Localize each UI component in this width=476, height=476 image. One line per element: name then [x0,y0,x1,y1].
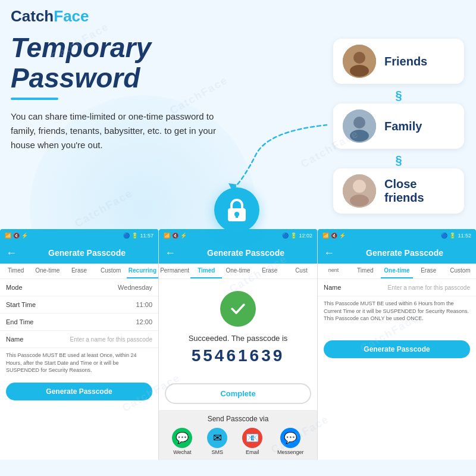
svg-rect-12 [236,214,238,218]
field-mode-label: Mode [6,284,39,291]
avatar-card-close-friends[interactable]: Closefriends [333,168,464,214]
tab-timed-left[interactable]: Timed [0,264,32,278]
avatar-family-label: Family [384,120,422,133]
avatar-close-friends-img [343,174,376,208]
logo: CatchFace [11,7,89,26]
right-phone-back-button[interactable]: ← [324,247,334,259]
field-end-time: End Time 12:00 [0,314,158,331]
field-start-label: Start Time [6,301,39,308]
tab-recurring-left[interactable]: Recurring [127,264,158,278]
tab-onetime-left[interactable]: One-time [32,264,63,278]
generate-btn-left[interactable]: Generate Passcode [6,383,152,400]
tab-timed-right[interactable]: Timed [349,264,381,278]
svg-point-1 [353,52,365,64]
connector-2: § [333,154,464,167]
tab-erase-left[interactable]: Erase [63,264,95,278]
tab-erase-mid[interactable]: Erase [254,264,286,278]
field-start-time: Start Time 11:00 [0,296,158,314]
tab-onetime-right[interactable]: One-time [381,264,412,278]
field-name-label-left: Name [6,336,39,343]
email-icon: 📧 [242,428,262,448]
avatar-family-img [343,109,376,143]
tab-permanent-mid[interactable]: Permanent [159,264,190,278]
tab-erase-right[interactable]: Erase [413,264,444,278]
svg-point-7 [353,180,366,193]
middle-phone: 📶🔇⚡ 🔵🔋12:02 ← Generate Passcode Permanen… [159,229,318,460]
avatar-family [343,109,376,143]
generate-btn-right[interactable]: Generate Passcode [324,340,470,358]
middle-phone-back-button[interactable]: ← [165,247,176,259]
wechat-icon: 💬 [172,428,192,448]
field-name-placeholder-left[interactable]: Enter a name for this passcode [39,336,152,343]
tab-timed-mid[interactable]: Timed [190,264,222,278]
sms-label: SMS [212,449,224,455]
avatar-card-family[interactable]: Family [333,104,464,149]
svg-point-4 [353,117,365,129]
field-mode: Mode Wednesday [0,279,158,296]
field-mode-value: Wednesday [39,284,152,291]
middle-phone-header: ← Generate Passcode [159,242,317,264]
avatar-friends-img [343,45,376,78]
svg-point-5 [350,130,369,142]
success-area: Succeeded. The passcode is 55461639 [159,279,317,381]
tab-custom-left[interactable]: Custom [95,264,127,278]
left-phone-tabs: Timed One-time Erase Custom Recurring [0,264,158,279]
tab-perm-right[interactable]: nent [318,264,349,278]
left-phone-status-bar: 📶🔇⚡ 🔵🔋11:57 [0,229,158,242]
send-sms[interactable]: ✉ SMS [207,428,227,455]
avatars-panel: Friends § Family § Closefriends [333,39,464,218]
messenger-label: Messenger [277,449,304,455]
lock-icon [226,198,248,223]
passcode-number: 55461639 [192,346,285,365]
tab-onetime-mid[interactable]: One-time [222,264,253,278]
avatar-card-friends[interactable]: Friends [333,39,464,84]
logo-face: Face [54,7,89,25]
tab-custom-mid[interactable]: Cust [286,264,317,278]
check-icon [228,299,248,318]
avatar-close-friends [343,174,376,208]
phones-row: 📶🔇⚡ 🔵🔋11:57 ← Generate Passcode Timed On… [0,229,476,460]
hero-title: Temporary Password [11,33,296,93]
left-phone-header-title: Generate Passcode [21,248,152,258]
hero-section: Temporary Password You can share time-li… [11,33,296,152]
send-email[interactable]: 📧 Email [242,428,262,455]
tab-custom-right[interactable]: Custom [444,264,476,278]
title-block: Temporary Password You can share time-li… [11,33,296,152]
right-phone-header: ← Generate Passcode [318,242,476,264]
field-name-label-right: Name [324,284,356,291]
svg-point-8 [350,195,369,206]
avatar-close-friends-label: Closefriends [384,177,424,205]
middle-phone-header-title: Generate Passcode [180,248,311,258]
send-via-title: Send Passcode via [165,415,311,423]
field-end-value: 12:00 [39,318,152,325]
send-icons-row: 💬 Wechat ✉ SMS 📧 Email [165,428,311,455]
messenger-icon: 💬 [280,428,300,448]
logo-catch: Catch [11,7,54,25]
right-phone-status-bar: 📶🔇⚡ 🔵🔋11:52 [318,229,476,242]
check-circle [220,291,256,327]
send-via-section: Send Passcode via 💬 Wechat ✉ SMS 📧 [159,410,317,460]
title-underline [11,98,58,100]
left-phone-note: This Passcode MUST BE used at least Once… [0,348,158,378]
right-phone-note: This Passcode MUST BE used within 6 Hour… [318,296,476,326]
right-phone: 📶🔇⚡ 🔵🔋11:52 ← Generate Passcode nent Tim… [318,229,476,460]
sms-icon: ✉ [207,428,227,448]
send-messenger[interactable]: 💬 Messenger [277,428,304,455]
field-end-label: End Time [6,318,39,325]
wechat-label: Wechat [173,449,191,455]
success-text: Succeeded. The passcode is [189,334,288,343]
field-name-right: Name Enter a name for this passcode [318,279,476,296]
svg-point-2 [350,65,369,77]
send-wechat[interactable]: 💬 Wechat [172,428,192,455]
connector-1: § [333,89,464,102]
field-name-placeholder-right[interactable]: Enter a name for this passcode [356,284,470,291]
lock-circle [214,187,259,233]
avatar-friends-label: Friends [384,55,427,68]
complete-btn[interactable]: Complete [165,383,311,404]
email-label: Email [246,449,259,455]
right-phone-header-title: Generate Passcode [339,248,470,258]
left-phone: 📶🔇⚡ 🔵🔋11:57 ← Generate Passcode Timed On… [0,229,159,460]
field-name-left: Name Enter a name for this passcode [0,331,158,348]
hero-description: You can share time-limited or one-time p… [11,109,237,152]
left-phone-back-button[interactable]: ← [6,247,17,259]
